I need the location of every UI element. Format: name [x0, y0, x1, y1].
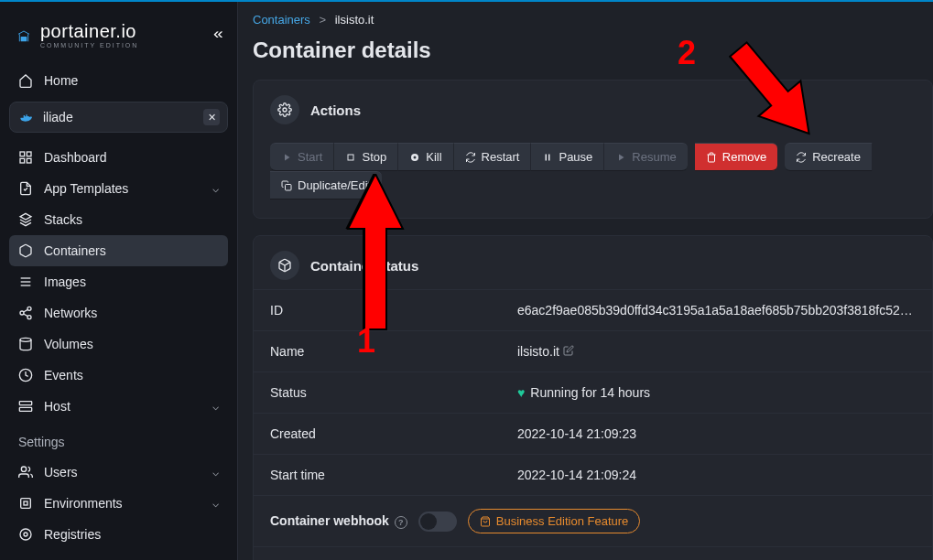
nav-label: App Templates: [44, 181, 128, 196]
actions-card: Actions Start Stop Kill Restart Pause Re…: [253, 80, 933, 219]
svg-point-19: [21, 467, 26, 471]
brand-name: portainer.io: [40, 22, 138, 40]
nav-label: Environments: [44, 496, 123, 511]
brand-sub: COMMUNITY EDITION: [40, 42, 138, 48]
nav-label: Host: [44, 399, 71, 414]
nav-stacks[interactable]: Stacks: [9, 204, 228, 235]
nav-label: Images: [44, 275, 86, 289]
svg-rect-2: [21, 37, 27, 41]
edit-icon[interactable]: [563, 344, 574, 359]
svg-rect-29: [548, 154, 550, 160]
duplicate-edit-button[interactable]: Duplicate/Edit: [270, 171, 382, 199]
resume-button[interactable]: Resume: [604, 143, 687, 171]
svg-rect-5: [20, 158, 25, 163]
env-name: iliade: [43, 110, 73, 124]
sidebar: portainer.io COMMUNITY EDITION « Home il…: [0, 2, 238, 560]
svg-point-15: [20, 338, 31, 341]
help-icon[interactable]: ?: [395, 516, 407, 529]
chevron-down-icon: ⌵: [212, 497, 219, 510]
nav-label: Volumes: [44, 337, 93, 351]
volumes-icon: [18, 337, 33, 351]
environment-selector[interactable]: iliade ✕: [9, 102, 228, 133]
breadcrumb: Containers > ilsisto.it: [253, 11, 933, 36]
svg-point-10: [27, 307, 31, 310]
nav-home[interactable]: Home: [9, 65, 228, 96]
registries-icon: [18, 527, 33, 542]
webhook-label: Container webhook ?: [270, 513, 407, 529]
dashboard-icon: [18, 150, 33, 165]
images-icon: [18, 275, 33, 289]
svg-rect-28: [546, 154, 548, 160]
start-button[interactable]: Start: [270, 143, 334, 171]
nav-label: Home: [44, 73, 78, 88]
environments-icon: [18, 496, 33, 511]
nav-registries[interactable]: Registries: [9, 519, 228, 550]
pause-button[interactable]: Pause: [531, 143, 604, 171]
kill-button[interactable]: Kill: [398, 143, 453, 171]
host-icon: [18, 399, 33, 414]
status-title: Container status: [310, 258, 418, 274]
recreate-button[interactable]: Recreate: [785, 143, 873, 171]
svg-rect-25: [348, 155, 353, 160]
nav-environments[interactable]: Environments ⌵: [9, 488, 228, 519]
row-val-id: e6ac2f9ae085b39d0ffd34c3195a1a5a18aef685…: [517, 303, 916, 318]
nav-label: Dashboard: [44, 150, 107, 165]
nav-label: Containers: [44, 243, 106, 258]
breadcrumb-root[interactable]: Containers: [253, 13, 310, 27]
events-icon: [18, 368, 33, 382]
svg-point-22: [24, 533, 27, 536]
restart-button[interactable]: Restart: [454, 143, 532, 171]
collapse-sidebar-button[interactable]: «: [213, 26, 223, 42]
svg-rect-6: [27, 158, 31, 163]
row-val-created: 2022-10-14 21:09:23: [517, 426, 916, 441]
svg-point-27: [414, 156, 417, 158]
chevron-down-icon: ⌵: [212, 466, 219, 479]
nav-label: Registries: [44, 527, 101, 542]
svg-point-12: [27, 316, 31, 319]
nav-users[interactable]: Users ⌵: [9, 457, 228, 488]
row-key-created: Created: [270, 426, 517, 441]
portainer-logo-icon: [16, 29, 31, 44]
nav-label: Events: [44, 368, 83, 382]
gear-icon: [270, 95, 299, 124]
nav-networks[interactable]: Networks: [9, 297, 228, 328]
containers-icon: [18, 243, 33, 258]
chevron-down-icon: ⌵: [212, 400, 219, 413]
svg-line-14: [24, 314, 28, 317]
nav-volumes[interactable]: Volumes: [9, 328, 228, 360]
whale-icon: [19, 110, 34, 124]
nav-host[interactable]: Host ⌵: [9, 391, 228, 422]
stop-button[interactable]: Stop: [334, 143, 398, 171]
svg-point-23: [20, 529, 31, 540]
breadcrumb-leaf: ilsisto.it: [335, 13, 374, 27]
settings-header[interactable]: Settings: [9, 422, 228, 457]
webhook-toggle[interactable]: [418, 512, 457, 532]
nav-label: Stacks: [44, 212, 82, 227]
brand: portainer.io COMMUNITY EDITION «: [9, 7, 228, 65]
page-title: Container details: [253, 38, 933, 63]
close-icon[interactable]: ✕: [203, 109, 220, 125]
networks-icon: [18, 306, 33, 320]
row-val-name: ilsisto.it: [517, 344, 559, 359]
row-val-start: 2022-10-14 21:09:24: [517, 468, 916, 482]
templates-icon: [18, 181, 33, 196]
nav-dashboard[interactable]: Dashboard: [9, 142, 228, 173]
svg-rect-4: [27, 152, 31, 156]
row-key-status: Status: [270, 385, 517, 400]
row-key-id: ID: [270, 303, 517, 318]
business-edition-badge[interactable]: Business Edition Feature: [468, 509, 641, 533]
chevron-down-icon: ⌵: [212, 182, 219, 195]
stacks-icon: [18, 212, 33, 227]
heart-icon: ♥: [517, 385, 525, 400]
svg-line-13: [24, 309, 28, 312]
svg-rect-30: [286, 184, 292, 190]
nav-events[interactable]: Events: [9, 360, 228, 391]
svg-point-11: [20, 311, 24, 315]
nav-images[interactable]: Images: [9, 266, 228, 297]
remove-button[interactable]: Remove: [695, 143, 777, 171]
status-card: Container status IDe6ac2f9ae085b39d0ffd3…: [253, 235, 933, 560]
nav-containers[interactable]: Containers: [9, 235, 228, 266]
row-val-status: Running for 14 hours: [530, 385, 650, 400]
nav-app-templates[interactable]: App Templates ⌵: [9, 173, 228, 204]
svg-rect-3: [20, 152, 25, 156]
